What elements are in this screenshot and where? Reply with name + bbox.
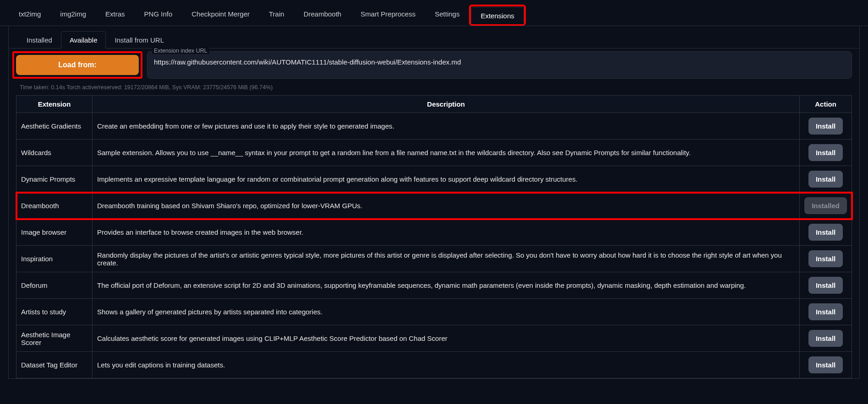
extension-action-cell: Install: [800, 352, 852, 378]
load-row: Load from: Extension index URL: [9, 48, 859, 81]
extension-name: Wildcards: [16, 140, 93, 166]
extension-description: Sample extension. Allows you to use __na…: [93, 140, 800, 166]
extension-name: Aesthetic Image Scorer: [16, 325, 93, 352]
extension-index-url-box: Extension index URL: [147, 51, 852, 79]
top-tab-settings[interactable]: Settings: [425, 5, 469, 26]
extension-description: Lets you edit captions in training datas…: [93, 352, 800, 378]
extension-name: Image browser: [16, 219, 93, 246]
top-tab-checkpoint-merger[interactable]: Checkpoint Merger: [182, 5, 259, 26]
extension-action-cell: Install: [800, 113, 852, 140]
extension-name: Deforum: [16, 272, 93, 299]
sub-tabs: InstalledAvailableInstall from URL: [9, 31, 859, 48]
extension-action-cell: Install: [800, 140, 852, 166]
load-from-highlight: Load from:: [12, 51, 142, 79]
table-row: Artists to studyShows a gallery of gener…: [16, 299, 852, 325]
extension-description: Implements an expressive template langua…: [93, 166, 800, 193]
table-row: Aesthetic Image ScorerCalculates aesthet…: [16, 325, 852, 352]
extension-description: Provides an interface to browse created …: [93, 219, 800, 246]
table-row: Dataset Tag EditorLets you edit captions…: [16, 352, 852, 378]
extension-name: Dynamic Prompts: [16, 166, 93, 193]
install-button[interactable]: Install: [808, 330, 843, 347]
install-button[interactable]: Install: [808, 224, 843, 241]
extension-action-cell: Install: [800, 299, 852, 325]
table-row: DreamboothDreambooth training based on S…: [16, 193, 852, 219]
top-tab-extensions[interactable]: Extensions: [471, 7, 524, 24]
extension-description: The official port of Deforum, an extensi…: [93, 272, 800, 299]
table-row: Aesthetic GradientsCreate an embedding f…: [16, 113, 852, 140]
install-button[interactable]: Install: [808, 144, 843, 161]
installed-button: Installed: [804, 197, 847, 214]
extension-description: Dreambooth training based on Shivam Shia…: [93, 193, 800, 219]
header-action: Action: [800, 96, 852, 113]
extension-name: Aesthetic Gradients: [16, 113, 93, 140]
extensions-panel: InstalledAvailableInstall from URL Load …: [8, 26, 860, 379]
extension-index-url-label: Extension index URL: [152, 48, 209, 54]
header-extension: Extension: [16, 96, 93, 113]
install-button[interactable]: Install: [808, 356, 843, 373]
extension-action-cell: Install: [800, 325, 852, 352]
load-from-button[interactable]: Load from:: [16, 55, 139, 75]
extension-action-cell: Install: [800, 219, 852, 246]
top-tab-img2img[interactable]: img2img: [50, 5, 96, 26]
extension-name: Artists to study: [16, 299, 93, 325]
extension-action-cell: Install: [800, 246, 852, 272]
install-button[interactable]: Install: [808, 118, 843, 135]
top-tab-extensions-highlight: Extensions: [469, 5, 525, 26]
extensions-table: Extension Description Action Aesthetic G…: [16, 95, 852, 378]
extension-description: Create an embedding from one or few pict…: [93, 113, 800, 140]
table-row: DeforumThe official port of Deforum, an …: [16, 272, 852, 299]
sub-tab-available[interactable]: Available: [61, 31, 106, 48]
extension-action-cell: Install: [800, 272, 852, 299]
top-tab-txt2img[interactable]: txt2img: [9, 5, 50, 26]
table-header-row: Extension Description Action: [16, 96, 852, 113]
top-tab-train[interactable]: Train: [259, 5, 294, 26]
extension-name: Dataset Tag Editor: [16, 352, 93, 378]
top-tab-png-info[interactable]: PNG Info: [135, 5, 182, 26]
install-button[interactable]: Install: [808, 171, 843, 188]
table-row: WildcardsSample extension. Allows you to…: [16, 140, 852, 166]
extension-name: Inspiration: [16, 246, 93, 272]
install-button[interactable]: Install: [808, 277, 843, 294]
extension-action-cell: Installed: [800, 193, 852, 219]
header-description: Description: [93, 96, 800, 113]
install-button[interactable]: Install: [808, 303, 843, 320]
table-row: InspirationRandomly display the pictures…: [16, 246, 852, 272]
top-tab-dreambooth[interactable]: Dreambooth: [294, 5, 351, 26]
top-tab-smart-preprocess[interactable]: Smart Preprocess: [351, 5, 425, 26]
top-tab-extras[interactable]: Extras: [96, 5, 135, 26]
install-button[interactable]: Install: [808, 250, 843, 267]
extension-description: Randomly display the pictures of the art…: [93, 246, 800, 272]
extension-index-url-input[interactable]: [154, 58, 845, 66]
extension-description: Calculates aesthetic score for generated…: [93, 325, 800, 352]
table-row: Image browserProvides an interface to br…: [16, 219, 852, 246]
top-tabs: txt2imgimg2imgExtrasPNG InfoCheckpoint M…: [0, 0, 868, 26]
extension-description: Shows a gallery of generated pictures by…: [93, 299, 800, 325]
sub-tab-install-from-url[interactable]: Install from URL: [106, 31, 173, 48]
table-row: Dynamic PromptsImplements an expressive …: [16, 166, 852, 193]
extension-action-cell: Install: [800, 166, 852, 193]
status-line: Time taken: 0.14s Torch active/reserved:…: [9, 81, 859, 95]
extension-name: Dreambooth: [16, 193, 93, 219]
sub-tab-installed[interactable]: Installed: [18, 31, 61, 48]
